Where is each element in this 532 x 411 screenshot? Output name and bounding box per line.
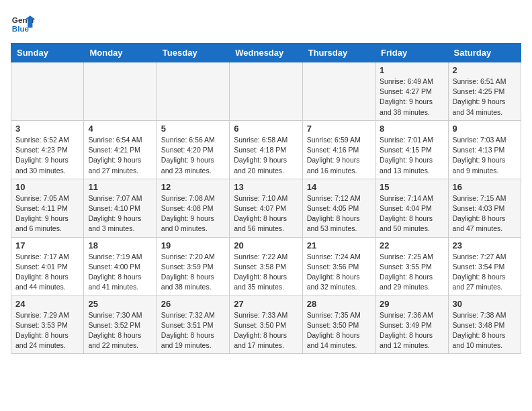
day-info: Sunrise: 7:33 AM Sunset: 3:50 PM Dayligh… xyxy=(234,310,298,351)
calendar-week-row: 1Sunrise: 6:49 AM Sunset: 4:27 PM Daylig… xyxy=(11,62,521,121)
weekday-header-wednesday: Wednesday xyxy=(230,44,302,62)
calendar-day-cell: 5Sunrise: 6:56 AM Sunset: 4:20 PM Daylig… xyxy=(157,120,229,179)
day-info: Sunrise: 7:36 AM Sunset: 3:49 PM Dayligh… xyxy=(380,310,443,351)
day-info: Sunrise: 7:19 AM Sunset: 4:00 PM Dayligh… xyxy=(88,252,152,293)
day-info: Sunrise: 7:15 AM Sunset: 4:03 PM Dayligh… xyxy=(453,193,517,234)
calendar-day-cell: 9Sunrise: 7:03 AM Sunset: 4:13 PM Daylig… xyxy=(448,120,521,179)
calendar-day-cell: 16Sunrise: 7:15 AM Sunset: 4:03 PM Dayli… xyxy=(448,179,521,237)
calendar-day-cell: 25Sunrise: 7:30 AM Sunset: 3:52 PM Dayli… xyxy=(84,295,157,354)
day-info: Sunrise: 7:10 AM Sunset: 4:07 PM Dayligh… xyxy=(234,193,298,234)
day-info: Sunrise: 6:58 AM Sunset: 4:18 PM Dayligh… xyxy=(234,135,298,176)
day-info: Sunrise: 7:07 AM Sunset: 4:10 PM Dayligh… xyxy=(88,193,152,234)
day-number: 13 xyxy=(234,182,298,192)
day-number: 18 xyxy=(88,240,152,250)
day-info: Sunrise: 7:27 AM Sunset: 3:54 PM Dayligh… xyxy=(453,252,517,293)
calendar-day-cell: 17Sunrise: 7:17 AM Sunset: 4:01 PM Dayli… xyxy=(11,237,84,295)
calendar-day-cell: 11Sunrise: 7:07 AM Sunset: 4:10 PM Dayli… xyxy=(84,179,157,237)
day-number: 23 xyxy=(453,240,517,250)
day-info: Sunrise: 7:17 AM Sunset: 4:01 PM Dayligh… xyxy=(15,252,79,293)
day-number: 20 xyxy=(234,240,298,250)
day-info: Sunrise: 6:54 AM Sunset: 4:21 PM Dayligh… xyxy=(88,135,152,176)
calendar-day-cell: 8Sunrise: 7:01 AM Sunset: 4:15 PM Daylig… xyxy=(375,120,448,179)
day-info: Sunrise: 6:52 AM Sunset: 4:23 PM Dayligh… xyxy=(15,135,79,176)
weekday-header-tuesday: Tuesday xyxy=(157,44,229,62)
calendar-day-cell: 4Sunrise: 6:54 AM Sunset: 4:21 PM Daylig… xyxy=(84,120,157,179)
calendar-body: 1Sunrise: 6:49 AM Sunset: 4:27 PM Daylig… xyxy=(11,62,521,354)
day-info: Sunrise: 7:35 AM Sunset: 3:50 PM Dayligh… xyxy=(307,310,371,351)
day-info: Sunrise: 7:08 AM Sunset: 4:08 PM Dayligh… xyxy=(161,193,225,234)
calendar-day-cell: 12Sunrise: 7:08 AM Sunset: 4:08 PM Dayli… xyxy=(157,179,229,237)
calendar-day-cell xyxy=(11,62,84,121)
calendar-day-cell: 30Sunrise: 7:38 AM Sunset: 3:48 PM Dayli… xyxy=(448,295,521,354)
day-number: 5 xyxy=(161,124,225,134)
day-info: Sunrise: 7:03 AM Sunset: 4:13 PM Dayligh… xyxy=(453,135,517,176)
svg-text:Blue: Blue xyxy=(12,24,30,33)
day-number: 22 xyxy=(380,240,443,250)
day-number: 4 xyxy=(88,124,152,134)
calendar-week-row: 10Sunrise: 7:05 AM Sunset: 4:11 PM Dayli… xyxy=(11,179,521,237)
calendar-day-cell xyxy=(302,62,375,121)
day-number: 24 xyxy=(15,299,79,309)
calendar-day-cell: 22Sunrise: 7:25 AM Sunset: 3:55 PM Dayli… xyxy=(375,237,448,295)
day-info: Sunrise: 7:22 AM Sunset: 3:58 PM Dayligh… xyxy=(234,252,298,293)
calendar-day-cell: 14Sunrise: 7:12 AM Sunset: 4:05 PM Dayli… xyxy=(302,179,375,237)
calendar-day-cell: 24Sunrise: 7:29 AM Sunset: 3:53 PM Dayli… xyxy=(11,295,84,354)
day-info: Sunrise: 6:59 AM Sunset: 4:16 PM Dayligh… xyxy=(307,135,371,176)
calendar-day-cell: 20Sunrise: 7:22 AM Sunset: 3:58 PM Dayli… xyxy=(230,237,302,295)
day-info: Sunrise: 7:32 AM Sunset: 3:51 PM Dayligh… xyxy=(161,310,225,351)
calendar-week-row: 3Sunrise: 6:52 AM Sunset: 4:23 PM Daylig… xyxy=(11,120,521,179)
day-info: Sunrise: 7:01 AM Sunset: 4:15 PM Dayligh… xyxy=(380,135,443,176)
day-number: 3 xyxy=(15,124,79,134)
day-number: 26 xyxy=(161,299,225,309)
day-number: 9 xyxy=(453,124,517,134)
day-number: 11 xyxy=(88,182,152,192)
day-number: 16 xyxy=(453,182,517,192)
day-info: Sunrise: 7:30 AM Sunset: 3:52 PM Dayligh… xyxy=(88,310,152,351)
day-number: 1 xyxy=(380,65,443,75)
day-info: Sunrise: 7:12 AM Sunset: 4:05 PM Dayligh… xyxy=(307,193,371,234)
calendar-day-cell: 29Sunrise: 7:36 AM Sunset: 3:49 PM Dayli… xyxy=(375,295,448,354)
day-number: 19 xyxy=(161,240,225,250)
day-number: 10 xyxy=(15,182,79,192)
day-info: Sunrise: 6:49 AM Sunset: 4:27 PM Dayligh… xyxy=(380,77,443,118)
day-info: Sunrise: 7:24 AM Sunset: 3:56 PM Dayligh… xyxy=(307,252,371,293)
day-number: 29 xyxy=(380,299,443,309)
day-number: 25 xyxy=(88,299,152,309)
day-info: Sunrise: 7:38 AM Sunset: 3:48 PM Dayligh… xyxy=(453,310,517,351)
weekday-header-sunday: Sunday xyxy=(11,44,84,62)
day-info: Sunrise: 6:56 AM Sunset: 4:20 PM Dayligh… xyxy=(161,135,225,176)
calendar-day-cell: 26Sunrise: 7:32 AM Sunset: 3:51 PM Dayli… xyxy=(157,295,229,354)
calendar-day-cell: 1Sunrise: 6:49 AM Sunset: 4:27 PM Daylig… xyxy=(375,62,448,121)
weekday-header-thursday: Thursday xyxy=(302,44,375,62)
day-number: 15 xyxy=(380,182,443,192)
calendar-day-cell: 7Sunrise: 6:59 AM Sunset: 4:16 PM Daylig… xyxy=(302,120,375,179)
day-info: Sunrise: 7:05 AM Sunset: 4:11 PM Dayligh… xyxy=(15,193,79,234)
calendar-day-cell: 10Sunrise: 7:05 AM Sunset: 4:11 PM Dayli… xyxy=(11,179,84,237)
day-number: 17 xyxy=(15,240,79,250)
header: General Blue xyxy=(11,11,521,35)
day-info: Sunrise: 7:29 AM Sunset: 3:53 PM Dayligh… xyxy=(15,310,79,351)
weekday-header-saturday: Saturday xyxy=(448,44,521,62)
calendar-day-cell: 19Sunrise: 7:20 AM Sunset: 3:59 PM Dayli… xyxy=(157,237,229,295)
day-number: 12 xyxy=(161,182,225,192)
day-number: 30 xyxy=(453,299,517,309)
calendar-day-cell: 3Sunrise: 6:52 AM Sunset: 4:23 PM Daylig… xyxy=(11,120,84,179)
day-info: Sunrise: 6:51 AM Sunset: 4:25 PM Dayligh… xyxy=(453,77,517,118)
calendar-day-cell xyxy=(84,62,157,121)
day-number: 6 xyxy=(234,124,298,134)
day-number: 21 xyxy=(307,240,371,250)
calendar-week-row: 17Sunrise: 7:17 AM Sunset: 4:01 PM Dayli… xyxy=(11,237,521,295)
calendar-day-cell: 18Sunrise: 7:19 AM Sunset: 4:00 PM Dayli… xyxy=(84,237,157,295)
calendar-day-cell: 27Sunrise: 7:33 AM Sunset: 3:50 PM Dayli… xyxy=(230,295,302,354)
calendar-day-cell: 28Sunrise: 7:35 AM Sunset: 3:50 PM Dayli… xyxy=(302,295,375,354)
calendar-day-cell: 23Sunrise: 7:27 AM Sunset: 3:54 PM Dayli… xyxy=(448,237,521,295)
day-number: 2 xyxy=(453,65,517,75)
calendar-table: SundayMondayTuesdayWednesdayThursdayFrid… xyxy=(11,43,521,354)
calendar-day-cell: 2Sunrise: 6:51 AM Sunset: 4:25 PM Daylig… xyxy=(448,62,521,121)
day-info: Sunrise: 7:14 AM Sunset: 4:04 PM Dayligh… xyxy=(380,193,443,234)
calendar-day-cell: 21Sunrise: 7:24 AM Sunset: 3:56 PM Dayli… xyxy=(302,237,375,295)
day-number: 28 xyxy=(307,299,371,309)
calendar-day-cell xyxy=(157,62,229,121)
calendar-day-cell: 13Sunrise: 7:10 AM Sunset: 4:07 PM Dayli… xyxy=(230,179,302,237)
calendar-day-cell: 6Sunrise: 6:58 AM Sunset: 4:18 PM Daylig… xyxy=(230,120,302,179)
